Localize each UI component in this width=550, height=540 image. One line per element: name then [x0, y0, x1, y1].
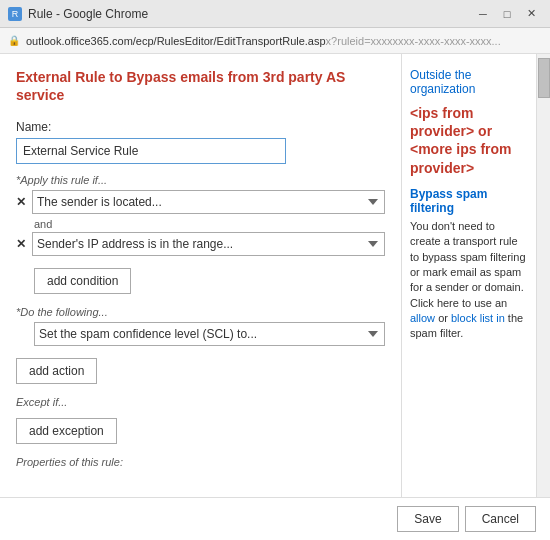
add-action-button[interactable]: add action — [16, 358, 97, 384]
main-container: External Rule to Bypass emails from 3rd … — [0, 54, 550, 540]
properties-label: Properties of this rule: — [16, 456, 385, 468]
remove-condition-1-button[interactable]: ✕ — [16, 195, 26, 209]
and-text: and — [34, 218, 385, 230]
bypass-body: You don't need to create a transport rul… — [410, 219, 528, 342]
ips-text: <ips from provider> or <more ips from pr… — [410, 104, 528, 177]
allow-link[interactable]: allow — [410, 312, 435, 324]
block-list-link[interactable]: block list in — [451, 312, 508, 324]
apply-label: *Apply this rule if... — [16, 174, 385, 186]
minimize-button[interactable]: ─ — [472, 5, 494, 23]
title-bar: R Rule - Google Chrome ─ □ ✕ — [0, 0, 550, 28]
address-url: outlook.office365.com/ecp/RulesEditor/Ed… — [26, 35, 542, 47]
title-bar-left: R Rule - Google Chrome — [8, 7, 148, 21]
maximize-button[interactable]: □ — [496, 5, 518, 23]
except-label: Except if... — [16, 396, 385, 408]
remove-condition-2-button[interactable]: ✕ — [16, 237, 26, 251]
window-title: Rule - Google Chrome — [28, 7, 148, 21]
do-section: *Do the following... Set the spam confid… — [16, 306, 385, 384]
save-button[interactable]: Save — [397, 506, 458, 532]
condition-2-select[interactable]: Sender's IP address is in the range... — [32, 232, 385, 256]
bypass-spam-title[interactable]: Bypass spam filtering — [410, 187, 528, 215]
action-row-1: Set the spam confidence level (SCL) to..… — [16, 322, 385, 346]
except-section: Except if... add exception — [16, 396, 385, 444]
scrollbar[interactable] — [536, 54, 550, 540]
address-bar: 🔒 outlook.office365.com/ecp/RulesEditor/… — [0, 28, 550, 54]
add-condition-button[interactable]: add condition — [34, 268, 131, 294]
close-button[interactable]: ✕ — [520, 5, 542, 23]
scroll-thumb[interactable] — [538, 58, 550, 98]
window-controls: ─ □ ✕ — [472, 5, 542, 23]
outside-org-link[interactable]: Outside the organization — [410, 68, 528, 96]
name-label: Name: — [16, 120, 385, 134]
cancel-button[interactable]: Cancel — [465, 506, 536, 532]
page-title: External Rule to Bypass emails from 3rd … — [16, 68, 385, 104]
lock-icon: 🔒 — [8, 35, 20, 46]
name-input[interactable] — [16, 138, 286, 164]
condition-row-2: ✕ Sender's IP address is in the range... — [16, 232, 385, 256]
condition-1-select[interactable]: The sender is located... — [32, 190, 385, 214]
side-panel: Outside the organization <ips from provi… — [401, 54, 536, 540]
add-exception-button[interactable]: add exception — [16, 418, 117, 444]
action-1-select[interactable]: Set the spam confidence level (SCL) to..… — [34, 322, 385, 346]
condition-row-1: ✕ The sender is located... — [16, 190, 385, 214]
browser-icon: R — [8, 7, 22, 21]
do-label: *Do the following... — [16, 306, 385, 318]
bottom-action-bar: Save Cancel — [0, 497, 550, 540]
content-area: External Rule to Bypass emails from 3rd … — [0, 54, 401, 540]
